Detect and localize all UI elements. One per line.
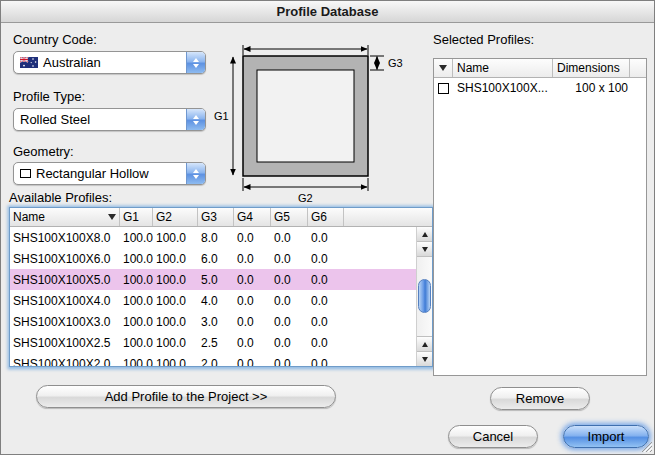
geometry-dropdown[interactable]: Rectangular Hollow	[13, 162, 206, 185]
cancel-button[interactable]: Cancel	[448, 425, 538, 448]
geometry-label: Geometry:	[13, 144, 74, 159]
g1-dimension-label: G1	[214, 110, 229, 122]
section-shape-icon	[438, 83, 449, 94]
geometry-value: Rectangular Hollow	[36, 166, 149, 181]
scroll-up-icon	[422, 232, 428, 237]
sort-descending-icon	[108, 214, 116, 220]
table-row[interactable]: SHS100X100X6.0100.0100.06.00.00.00.0	[10, 248, 416, 269]
available-table-header: Name G1 G2 G3 G4 G5 G6	[10, 208, 432, 227]
scroll-down-icon	[422, 247, 428, 252]
table-row-selected[interactable]: SHS100X100X5.0100.0100.05.00.00.00.0	[10, 269, 416, 290]
scroll-up-button[interactable]	[417, 336, 432, 351]
g3-dimension-label: G3	[388, 57, 403, 69]
dropdown-stepper-icon	[186, 52, 205, 73]
country-code-dropdown[interactable]: Australian	[13, 51, 206, 74]
scroll-down-button[interactable]	[417, 351, 432, 366]
selected-profiles-label: Selected Profiles:	[433, 32, 534, 47]
column-header-g2[interactable]: G2	[153, 208, 198, 226]
dropdown-stepper-icon	[186, 109, 205, 130]
column-header-g6[interactable]: G6	[308, 208, 344, 226]
profile-database-dialog: Profile Database Country Code: Australia…	[0, 0, 655, 455]
dropdown-stepper-icon	[186, 163, 205, 184]
section-diagram: G3 G1 G2	[213, 41, 428, 206]
column-header-g5[interactable]: G5	[271, 208, 308, 226]
vertical-scrollbar[interactable]	[416, 227, 432, 366]
scroll-down-button[interactable]	[417, 242, 432, 257]
country-code-label: Country Code:	[13, 32, 97, 47]
g2-dimension-label: G2	[298, 192, 313, 204]
column-header-name[interactable]: Name	[10, 208, 120, 226]
australian-flag-icon	[20, 57, 38, 68]
column-header-dimensions[interactable]: Dimensions	[553, 59, 630, 77]
rectangular-hollow-icon	[20, 169, 31, 178]
selected-profiles-table: Name Dimensions SHS100X100X... 100 x 100	[433, 58, 647, 376]
profile-type-label: Profile Type:	[13, 89, 85, 104]
add-profile-button[interactable]: Add Profile to the Project >>	[36, 385, 336, 408]
selected-profile-dimensions: 100 x 100	[553, 81, 632, 95]
resize-grip[interactable]	[639, 439, 652, 452]
profile-type-dropdown[interactable]: Rolled Steel	[13, 108, 206, 131]
table-row[interactable]: SHS100X100X8.0100.0100.08.00.00.00.0	[10, 227, 416, 248]
column-header-g4[interactable]: G4	[234, 208, 271, 226]
column-header-name[interactable]: Name	[453, 59, 553, 77]
column-header-sort[interactable]	[434, 59, 453, 77]
scroll-down-icon	[422, 357, 428, 362]
table-row[interactable]: SHS100X100X2.0100.0100.02.00.00.00.0	[10, 353, 416, 367]
column-header-g3[interactable]: G3	[198, 208, 234, 226]
section-inner-rect	[257, 70, 354, 162]
selected-table-header: Name Dimensions	[434, 59, 646, 78]
import-button[interactable]: Import	[563, 425, 649, 448]
selected-profile-name: SHS100X100X...	[453, 81, 553, 95]
remove-button[interactable]: Remove	[490, 387, 590, 410]
scrollbar-thumb[interactable]	[418, 279, 431, 313]
selected-profile-row[interactable]: SHS100X100X... 100 x 100	[434, 78, 646, 98]
table-row[interactable]: SHS100X100X3.0100.0100.03.00.00.00.0	[10, 311, 416, 332]
column-header-g1[interactable]: G1	[120, 208, 153, 226]
table-row[interactable]: SHS100X100X4.0100.0100.04.00.00.00.0	[10, 290, 416, 311]
country-code-value: Australian	[43, 55, 101, 70]
profile-type-value: Rolled Steel	[20, 112, 90, 127]
available-profiles-table: Name G1 G2 G3 G4 G5 G6 SHS100X100X8.0100…	[9, 207, 433, 367]
window-title[interactable]: Profile Database	[1, 1, 654, 23]
scroll-up-button[interactable]	[417, 227, 432, 242]
sort-descending-icon	[439, 65, 447, 71]
available-profiles-label: Available Profiles:	[9, 190, 112, 205]
scroll-up-icon	[422, 342, 428, 347]
table-row[interactable]: SHS100X100X2.5100.0100.02.50.00.00.0	[10, 332, 416, 353]
